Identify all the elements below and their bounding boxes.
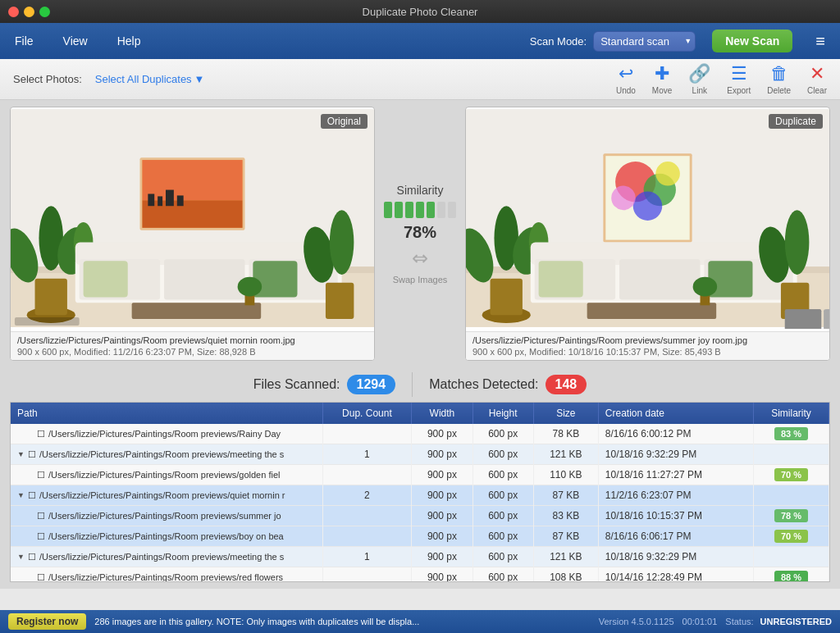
svg-point-46 [611, 186, 636, 211]
undo-action[interactable]: ↩ Undo [616, 63, 636, 95]
sim-bar-3 [405, 202, 413, 218]
col-width[interactable]: Width [412, 403, 472, 424]
original-photo-panel[interactable]: Original [10, 107, 375, 361]
svg-point-45 [655, 162, 680, 186]
svg-rect-16 [177, 195, 184, 206]
data-table-container[interactable]: Path Dup. Count Width Height Size Creati… [10, 402, 830, 582]
table-row[interactable]: ☐ /Users/lizzie/Pictures/Paintings/Room … [11, 526, 829, 547]
cell-width: 900 px [412, 444, 472, 465]
cell-height: 600 px [472, 485, 533, 506]
menu-help[interactable]: Help [111, 31, 148, 51]
maximize-button[interactable] [39, 7, 50, 17]
clear-action[interactable]: ✕ Clear [807, 63, 827, 95]
swap-images-button[interactable]: ⇔ [412, 247, 428, 270]
swap-label: Swap Images [393, 275, 448, 285]
cell-dup-count [322, 465, 412, 485]
status-message: 286 images are in this gallery. NOTE: On… [94, 617, 590, 626]
expand-icon[interactable]: ▼ [17, 553, 25, 561]
expand-icon[interactable]: ▼ [17, 491, 25, 499]
table-row[interactable]: ▼ ☐ /Users/lizzie/Pictures/Paintings/Roo… [11, 444, 829, 465]
delete-action[interactable]: 🗑 Delete [767, 63, 791, 95]
matches-detected-label: Matches Detected: [429, 377, 538, 392]
cell-size: 78 KB [533, 424, 598, 444]
toolbar: Select Photos: Select All Duplicates ▼ ↩… [0, 59, 840, 100]
duplicate-photo-info: /Users/lizzie/Pictures/Paintings/Room pr… [466, 331, 829, 360]
new-scan-button[interactable]: New Scan [712, 30, 792, 52]
cell-size: 110 KB [533, 465, 598, 485]
undo-icon: ↩ [619, 63, 633, 84]
sim-bar-7 [448, 202, 456, 218]
cell-date: 10/18/16 11:27:27 PM [598, 465, 753, 485]
cell-date: 8/16/16 6:00:12 PM [598, 424, 753, 444]
svg-rect-4 [35, 279, 67, 315]
cell-height: 600 px [472, 567, 533, 583]
cell-date: 10/18/16 9:32:29 PM [598, 547, 753, 567]
cell-dup-count: 1 [322, 444, 412, 465]
cell-size: 87 KB [533, 526, 598, 547]
table-header-row: Path Dup. Count Width Height Size Creati… [11, 403, 829, 424]
cell-width: 900 px [412, 547, 472, 567]
cell-path: ☐ /Users/lizzie/Pictures/Paintings/Room … [11, 506, 322, 526]
col-dup-count[interactable]: Dup. Count [322, 403, 412, 424]
cell-date: 10/18/16 9:32:29 PM [598, 444, 753, 465]
cell-width: 900 px [412, 526, 472, 547]
table-row[interactable]: ☐ /Users/lizzie/Pictures/Paintings/Room … [11, 506, 829, 526]
title-bar: Duplicate Photo Cleaner [0, 0, 840, 23]
svg-point-59 [785, 210, 810, 275]
col-height[interactable]: Height [472, 403, 533, 424]
table-row[interactable]: ▼ ☐ /Users/lizzie/Pictures/Paintings/Roo… [11, 485, 829, 506]
select-photos-label: Select Photos: [13, 73, 82, 85]
files-scanned-label: Files Scanned: [253, 377, 340, 392]
table-row[interactable]: ☐ /Users/lizzie/Pictures/Paintings/Room … [11, 465, 829, 485]
cell-path: ☐ /Users/lizzie/Pictures/Paintings/Room … [11, 424, 322, 444]
hamburger-menu-button[interactable]: ≡ [809, 29, 832, 54]
svg-rect-15 [166, 190, 174, 207]
app-title: Duplicate Photo Cleaner [363, 6, 478, 18]
expand-icon[interactable]: ▼ [17, 450, 25, 458]
cell-width: 900 px [412, 567, 472, 583]
cell-similarity [753, 444, 829, 465]
svg-rect-13 [148, 194, 154, 206]
cell-width: 900 px [412, 465, 472, 485]
svg-point-56 [693, 277, 718, 297]
export-action[interactable]: ☰ Export [727, 63, 751, 95]
original-photo-info: /Users/lizzie/Pictures/Paintings/Room pr… [11, 331, 374, 360]
cell-size: 121 KB [533, 444, 598, 465]
col-similarity[interactable]: Similarity [753, 403, 829, 424]
link-action[interactable]: 🔗 Link [688, 63, 710, 95]
files-scanned-stat: Files Scanned: 1294 [253, 375, 395, 394]
scan-mode-select[interactable]: Standard scan Similar images Exact dupli… [593, 31, 696, 52]
minimize-button[interactable] [24, 7, 34, 17]
sim-bar-6 [437, 202, 445, 218]
col-size[interactable]: Size [533, 403, 598, 424]
cell-date: 11/2/16 6:23:07 PM [598, 485, 753, 506]
close-button[interactable] [8, 7, 19, 17]
toolbar-actions: ↩ Undo ✚ Move 🔗 Link ☰ Export 🗑 Delete ✕… [616, 63, 827, 95]
register-button[interactable]: Register now [8, 613, 86, 630]
export-label: Export [727, 86, 751, 95]
duplicate-photo-panel[interactable]: Duplicate [465, 107, 830, 361]
cell-height: 600 px [472, 444, 533, 465]
cell-similarity [753, 485, 829, 506]
link-icon: 🔗 [688, 63, 710, 84]
sim-bar-4 [416, 202, 424, 218]
status-value: UNREGISTERED [760, 617, 832, 626]
window-controls [8, 7, 50, 17]
select-all-duplicates-button[interactable]: Select All Duplicates ▼ [95, 73, 205, 85]
stats-divider [412, 372, 413, 397]
svg-rect-52 [539, 261, 583, 297]
svg-point-26 [238, 277, 262, 297]
table-row[interactable]: ▼ ☐ /Users/lizzie/Pictures/Paintings/Roo… [11, 547, 829, 567]
cell-size: 108 KB [533, 567, 598, 583]
col-path[interactable]: Path [11, 403, 322, 424]
sim-bar-2 [395, 202, 403, 218]
undo-label: Undo [616, 86, 636, 95]
table-row[interactable]: ☐ /Users/lizzie/Pictures/Paintings/Room … [11, 567, 829, 583]
menu-file[interactable]: File [8, 31, 40, 51]
svg-rect-14 [158, 196, 162, 206]
original-label: Original [321, 114, 368, 129]
menu-view[interactable]: View [57, 31, 94, 51]
move-action[interactable]: ✚ Move [652, 63, 672, 95]
table-row[interactable]: ☐ /Users/lizzie/Pictures/Paintings/Room … [11, 424, 829, 444]
col-date[interactable]: Creation date [598, 403, 753, 424]
